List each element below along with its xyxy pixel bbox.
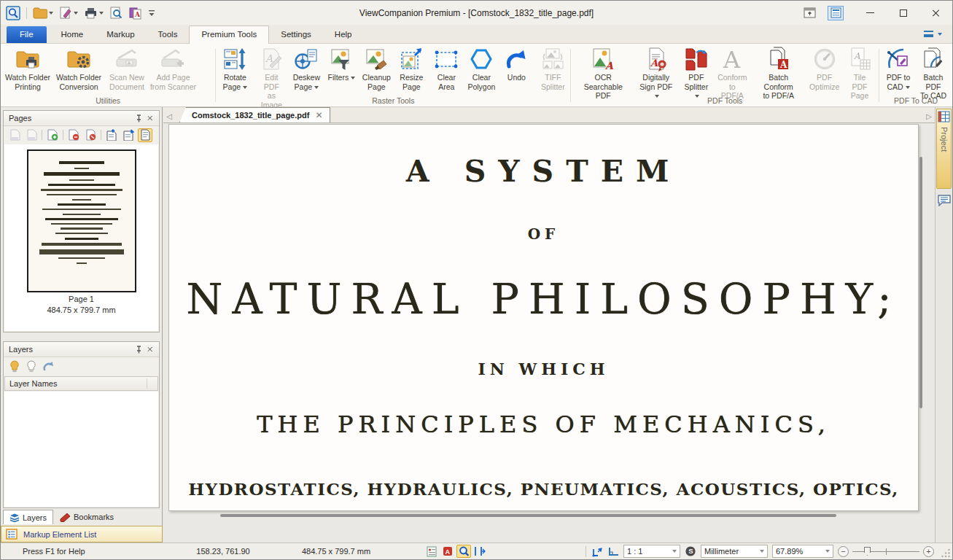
zoom-slider-thumb[interactable] [864, 547, 871, 556]
tab-markup[interactable]: Markup [95, 26, 146, 43]
pages-list: Page 1 484.75 x 799.7 mm [4, 144, 158, 331]
watch-folder-printing-button[interactable]: Watch Folder Printing [2, 44, 53, 96]
layer-names-column-header[interactable]: Layer Names [4, 376, 158, 391]
pdf-page[interactable]: A SYSTEM OF NATURAL PHILOSOPHY; IN WHICH… [168, 124, 919, 511]
markup-list-toggle-icon[interactable] [424, 545, 439, 558]
pdf-splitter-button[interactable]: PDF Splitter [678, 44, 714, 96]
ortho-mode-icon[interactable] [606, 545, 621, 558]
project-tab[interactable]: Project [936, 109, 952, 189]
document-tab[interactable]: Comstock_1832_title_page.pdf ✕ [179, 107, 330, 122]
move-page-down-button[interactable] [121, 128, 136, 142]
measure-tool-icon[interactable] [590, 545, 604, 558]
document-tab-close-icon[interactable]: ✕ [315, 110, 322, 120]
open-file-dropdown-caret[interactable] [49, 12, 53, 15]
clear-polygon-button[interactable]: Clear Polygon [464, 44, 499, 96]
minimize-button[interactable] [854, 3, 887, 23]
print-button[interactable] [82, 5, 105, 21]
snap-mode-icon[interactable]: S [683, 545, 698, 558]
close-icon[interactable] [144, 113, 156, 124]
arrange-windows-icon[interactable] [828, 6, 844, 20]
edit-pdf-as-image-button[interactable]: A Edit PDF as Image [254, 44, 289, 96]
undo-button[interactable]: Undo [499, 44, 534, 96]
tiff-splitter-button[interactable]: TIFF Splitter [535, 44, 570, 96]
tab-scroll-left-icon[interactable]: ◁ [163, 109, 175, 122]
rotate-page-button[interactable]: Rotate Page [217, 44, 252, 96]
dock-tab-layers[interactable]: Layers [3, 510, 53, 524]
tile-pdf-page-button[interactable]: A Tile PDF Page [842, 44, 877, 96]
quick-access-toolbar: A [1, 5, 157, 21]
comment-panel-icon[interactable] [938, 195, 951, 206]
print-dropdown-caret[interactable] [99, 12, 104, 15]
clear-area-button[interactable]: Clear Area [429, 44, 464, 96]
fit-width-icon[interactable] [472, 545, 487, 558]
tab-file[interactable]: File [7, 26, 47, 43]
horizontal-scrollbar[interactable] [220, 514, 836, 517]
batch-pdf-to-cad-button[interactable]: Batch PDF To CAD [916, 44, 951, 96]
pin-icon[interactable] [133, 113, 144, 124]
cleanup-icon [364, 47, 389, 71]
page-thumbnail[interactable] [27, 149, 136, 292]
toggle-panels-icon[interactable] [801, 6, 817, 20]
close-button[interactable] [919, 3, 952, 23]
publish-pdf-button[interactable]: A [127, 5, 144, 21]
cleanup-page-button[interactable]: Cleanup Page [359, 44, 394, 96]
tab-help[interactable]: Help [323, 26, 364, 43]
ocr-searchable-pdf-button[interactable]: A OCR Searchable PDF [572, 44, 634, 96]
tab-tools[interactable]: Tools [147, 26, 190, 43]
print-preview-button[interactable] [108, 5, 124, 21]
button-label: Digitally Sign PDF [639, 73, 672, 91]
vertical-scrollbar[interactable] [919, 157, 922, 408]
zoom-in-button[interactable]: + [923, 546, 934, 557]
tab-settings[interactable]: Settings [269, 26, 323, 43]
ribbon-group-utilities: Watch Folder Printing Watch Folder Conve… [2, 44, 214, 106]
resize-page-button[interactable]: Resize Page [394, 44, 429, 96]
scan-new-document-button[interactable]: Scan New Document [106, 44, 147, 96]
add-page-from-scanner-button[interactable]: Add Page from Scanner [147, 44, 199, 96]
pin-icon[interactable] [133, 344, 144, 355]
ribbon-display-options-button[interactable] [924, 31, 942, 37]
app-logo-icon[interactable] [4, 5, 22, 21]
tab-premium-tools[interactable]: Premium Tools [189, 26, 269, 44]
resize-grip[interactable] [941, 548, 951, 558]
remove-page-button[interactable] [66, 128, 81, 142]
open-file-button[interactable] [31, 5, 55, 21]
units-dropdown[interactable]: Millimeter [701, 545, 768, 558]
filters-button[interactable]: Filters [324, 44, 359, 96]
copy-page-button[interactable] [24, 128, 39, 142]
pdf-optimize-button[interactable]: PDF Optimize [806, 44, 842, 96]
markup-dropdown-caret[interactable] [74, 12, 78, 15]
maximize-button[interactable] [887, 3, 919, 23]
tab-scroll-right-icon[interactable]: ▷ [923, 109, 935, 122]
tab-home[interactable]: Home [50, 26, 96, 43]
zoom-slider[interactable] [852, 545, 919, 557]
scanner-add-icon [160, 47, 185, 71]
zoom-tool-icon[interactable] [456, 545, 471, 558]
layers-undo-button[interactable] [41, 359, 55, 373]
deskew-page-button[interactable]: Deskew Page [289, 44, 324, 96]
markup-element-list-bar[interactable]: Markup Element List [1, 526, 163, 542]
remove-all-pages-button[interactable] [83, 128, 98, 142]
dock-tab-bookmarks[interactable]: Bookmarks [54, 510, 120, 524]
document-viewport[interactable]: A SYSTEM OF NATURAL PHILOSOPHY; IN WHICH… [163, 123, 935, 542]
zoom-out-button[interactable]: − [838, 546, 849, 557]
pdf-mode-icon[interactable]: A [440, 545, 455, 558]
layer-off-bulb-icon[interactable] [24, 359, 39, 373]
batch-conform-to-pdfa-button[interactable]: A Batch Conform to PDF/A [750, 44, 806, 96]
pdf-to-cad-button[interactable]: PDF to CAD [881, 44, 916, 96]
move-page-up-button[interactable] [104, 128, 119, 142]
digitally-sign-pdf-button[interactable]: A Digitally Sign PDF [634, 44, 678, 96]
layer-list[interactable] [4, 392, 158, 507]
svg-text:A: A [134, 11, 141, 18]
goto-page-button[interactable] [138, 128, 152, 142]
watch-folder-conversion-button[interactable]: Watch Folder Conversion [53, 44, 104, 96]
zoom-level-dropdown[interactable]: 67.89% [772, 545, 833, 558]
scale-dropdown[interactable]: 1 : 1 [623, 545, 680, 558]
customize-quick-access-button[interactable] [147, 5, 157, 21]
svg-text:A: A [853, 51, 860, 61]
close-icon[interactable] [144, 344, 156, 355]
markup-tools-button[interactable] [58, 5, 79, 21]
conform-to-pdfa-button[interactable]: A Conform to PDF/A [714, 44, 750, 96]
add-page-button[interactable] [45, 128, 60, 142]
layer-on-bulb-icon[interactable] [7, 359, 22, 373]
extract-page-button[interactable] [7, 128, 22, 142]
